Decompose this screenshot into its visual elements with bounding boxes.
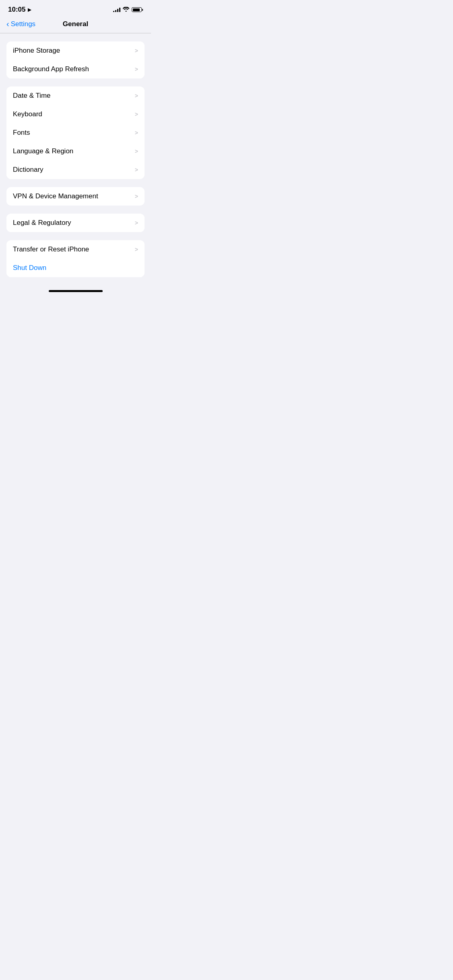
chevron-right-icon: >: [135, 167, 138, 173]
fonts-label: Fonts: [13, 129, 30, 137]
legal-section: Legal & Regulatory >: [6, 214, 145, 232]
vpn-device-management-label: VPN & Device Management: [13, 192, 98, 200]
chevron-right-icon: >: [135, 246, 138, 253]
shut-down-label: Shut Down: [13, 264, 46, 272]
back-chevron-icon: ‹: [6, 19, 9, 29]
settings-content: iPhone Storage > Background App Refresh …: [0, 41, 151, 277]
fonts-item[interactable]: Fonts >: [6, 124, 145, 142]
page-title: General: [63, 20, 88, 28]
dictionary-item[interactable]: Dictionary >: [6, 161, 145, 179]
back-button[interactable]: ‹ Settings: [6, 20, 35, 29]
chevron-right-icon: >: [135, 193, 138, 200]
battery-icon: [132, 7, 143, 12]
status-icons: [113, 6, 143, 13]
background-app-refresh-item[interactable]: Background App Refresh >: [6, 60, 145, 78]
back-label: Settings: [11, 20, 35, 28]
storage-section: iPhone Storage > Background App Refresh …: [6, 41, 145, 78]
localization-section: Date & Time > Keyboard > Fonts > Languag…: [6, 86, 145, 179]
shut-down-item[interactable]: Shut Down: [6, 259, 145, 277]
time-label: 10:05: [8, 6, 25, 14]
legal-regulatory-item[interactable]: Legal & Regulatory >: [6, 214, 145, 232]
keyboard-item[interactable]: Keyboard >: [6, 105, 145, 124]
chevron-right-icon: >: [135, 111, 138, 117]
chevron-right-icon: >: [135, 148, 138, 154]
status-bar: 10:05 ▶: [0, 0, 151, 17]
home-indicator: [0, 287, 151, 295]
keyboard-label: Keyboard: [13, 110, 42, 118]
chevron-right-icon: >: [135, 130, 138, 136]
dictionary-label: Dictionary: [13, 166, 43, 174]
location-icon: ▶: [28, 7, 31, 12]
chevron-right-icon: >: [135, 47, 138, 54]
background-app-refresh-label: Background App Refresh: [13, 65, 89, 73]
transfer-reset-label: Transfer or Reset iPhone: [13, 245, 89, 253]
transfer-reset-item[interactable]: Transfer or Reset iPhone >: [6, 240, 145, 259]
chevron-right-icon: >: [135, 220, 138, 226]
signal-icon: [113, 7, 120, 12]
language-region-item[interactable]: Language & Region >: [6, 142, 145, 161]
vpn-device-management-item[interactable]: VPN & Device Management >: [6, 187, 145, 206]
date-time-item[interactable]: Date & Time >: [6, 86, 145, 105]
reset-section: Transfer or Reset iPhone > Shut Down: [6, 240, 145, 277]
date-time-label: Date & Time: [13, 92, 51, 100]
status-time: 10:05 ▶: [8, 6, 31, 14]
wifi-icon: [123, 6, 129, 13]
legal-regulatory-label: Legal & Regulatory: [13, 219, 71, 227]
language-region-label: Language & Region: [13, 147, 73, 155]
iphone-storage-label: iPhone Storage: [13, 47, 60, 55]
nav-bar: ‹ Settings General: [0, 17, 151, 33]
vpn-section: VPN & Device Management >: [6, 187, 145, 206]
iphone-storage-item[interactable]: iPhone Storage >: [6, 41, 145, 60]
home-bar: [49, 290, 103, 292]
chevron-right-icon: >: [135, 93, 138, 99]
chevron-right-icon: >: [135, 66, 138, 72]
